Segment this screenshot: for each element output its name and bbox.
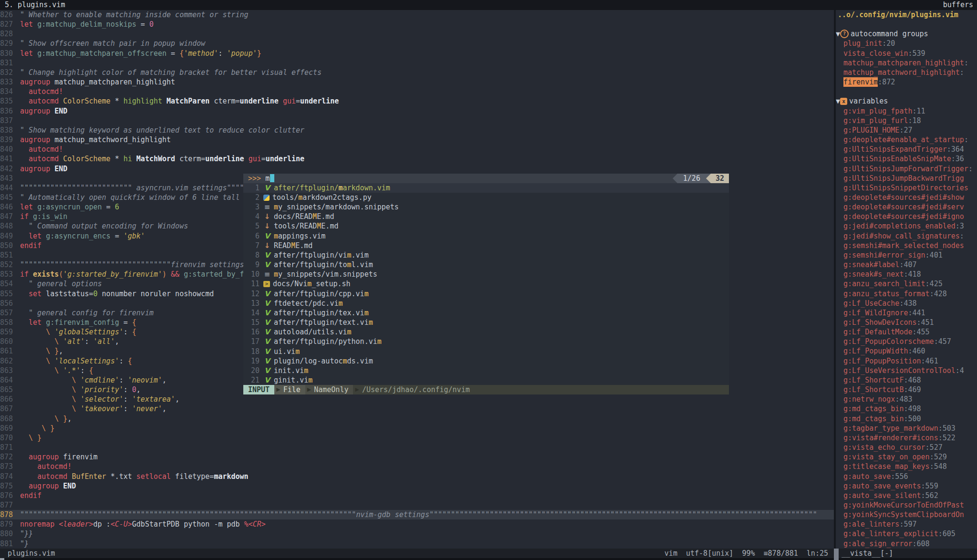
sidebar-tag-item[interactable]: g:UltiSnipsEnableSnipMate:36 <box>836 154 977 164</box>
code-line[interactable]: 871 <box>0 443 834 452</box>
file-result-row[interactable]: 1Vafter/ftplugin/markdown.vim <box>243 183 729 193</box>
sidebar-tag-item[interactable]: g:UltiSnipsJumpBackwardTrigg <box>836 174 977 183</box>
sidebar-tag-item[interactable]: g:md_ctags_bin:498 <box>836 404 977 414</box>
sidebar-tag-item[interactable]: matchup_matchparen_highlight: <box>836 58 977 68</box>
code-line[interactable]: 828 <box>0 29 834 39</box>
file-result-row[interactable]: 4↓docs/README.md <box>243 212 729 221</box>
tabline-buffers-label[interactable]: buffers <box>943 0 973 10</box>
code-line[interactable]: 827let g:matchup_delim_noskips = 0 <box>0 20 834 29</box>
tab-current-buffer[interactable]: 5. plugins.vim <box>5 0 65 10</box>
code-line[interactable]: 875 augroup END <box>0 481 834 491</box>
sidebar-tag-item[interactable]: g:UltiSnipsJumpForwardTrigger: <box>836 164 977 174</box>
file-result-row[interactable]: 3≡my_snippets/markdown.snippets <box>243 202 729 212</box>
sidebar-tag-item[interactable]: g:titlecase_map_keys:548 <box>836 462 977 471</box>
code-line[interactable]: 834 autocmd! <box>0 87 834 96</box>
sidebar-tag-item[interactable]: g:sneak#label:407 <box>836 260 977 270</box>
code-line[interactable]: 835 autocmd ColorScheme * highlight Matc… <box>0 96 834 106</box>
sidebar-tag-item[interactable]: g:PLUGIN_HOME:27 <box>836 125 977 135</box>
code-line[interactable]: 829" Show offscreen match pair in popup … <box>0 39 834 48</box>
sidebar-tag-item[interactable]: g:yoinkSyncSystemClipboardOn <box>836 510 977 519</box>
file-result-row[interactable]: 21Vginit.vim <box>243 375 729 385</box>
file-result-row[interactable]: 5↓tools/README.md <box>243 221 729 231</box>
sidebar-tag-item[interactable]: g:Lf_PopupPosition:461 <box>836 356 977 366</box>
sidebar-tag-item[interactable]: g:Lf_ShowDevIcons:451 <box>836 318 977 327</box>
sidebar-tag-item[interactable]: g:Lf_ShortcutF:468 <box>836 375 977 385</box>
code-line[interactable]: 838" Show matching keyword as underlined… <box>0 125 834 135</box>
sidebar-tag-item[interactable]: g:auto_save_events:559 <box>836 481 977 491</box>
code-line[interactable]: 839augroup matchup_matchword_highlight <box>0 135 834 145</box>
search-input[interactable]: m <box>265 174 270 183</box>
sidebar-tag-item[interactable]: g:deoplete#enable_at_startup: <box>836 135 977 145</box>
sidebar-tag-item[interactable]: vista_close_win:539 <box>836 49 977 58</box>
sidebar-tag-item[interactable]: g:Lf_UseVersionControlTool:4 <box>836 366 977 375</box>
file-result-row[interactable]: 2tools/markdown2ctags.py <box>243 193 729 202</box>
sidebar-tag-item[interactable]: g:sneak#s_next:418 <box>836 270 977 279</box>
file-result-row[interactable]: 10≡my_snippets/vim.snippets <box>243 270 729 279</box>
file-result-row[interactable]: 6Vmappings.vim <box>243 231 729 241</box>
code-line[interactable]: 873 autocmd! <box>0 462 834 471</box>
sidebar-tag-item[interactable]: g:anzu_search_limit:425 <box>836 279 977 289</box>
code-line[interactable]: 826" Whether to enable matching inside c… <box>0 10 834 20</box>
sidebar-tag-item[interactable]: plug_init:20 <box>836 39 977 48</box>
sidebar-tag-item[interactable]: g:jedi#show_call_signatures: <box>836 231 977 241</box>
fold-arrow-icon[interactable]: ▼ <box>836 29 840 39</box>
sidebar-tag-item[interactable]: g:netrw_nogx:483 <box>836 394 977 404</box>
sidebar-tag-item[interactable]: g:jedi#completions_enabled:3 <box>836 221 977 231</box>
code-line[interactable]: 830let g:matchup_matchparen_offscreen = … <box>0 49 834 58</box>
sidebar-tag-item[interactable]: g:Lf_UseCache:438 <box>836 299 977 308</box>
file-result-row[interactable]: 20Vinit.vim <box>243 366 729 375</box>
file-result-row[interactable]: 15Vafter/ftplugin/text.vim <box>243 318 729 327</box>
sidebar-tag-item[interactable]: g:semshi#error_sign:401 <box>836 250 977 260</box>
code-line[interactable]: 877 <box>0 500 834 510</box>
code-line[interactable]: 842augroup END <box>0 164 834 174</box>
sidebar-section-header[interactable]: ▼xvariables <box>836 96 977 106</box>
sidebar-tag-item[interactable]: g:ale_linters:597 <box>836 519 977 529</box>
sidebar-tag-item[interactable]: g:Lf_WildIgnore:441 <box>836 308 977 318</box>
code-line[interactable]: 876endif <box>0 491 834 500</box>
code-line[interactable]: 832" Change highlight color of matching … <box>0 68 834 77</box>
sidebar-tag-item[interactable]: matchup_matchword_highlight: <box>836 68 977 77</box>
code-line[interactable]: 836augroup END <box>0 106 834 116</box>
sidebar-tag-item[interactable]: g:deoplete#sources#jedi#igno <box>836 212 977 221</box>
sidebar-scrollbar-thumb[interactable] <box>834 549 839 560</box>
file-result-row[interactable]: 12Vafter/ftplugin/cpp.vim <box>243 289 729 299</box>
sidebar-tag-item[interactable]: g:vista_stay_on_open:529 <box>836 452 977 462</box>
code-line[interactable]: 841 autocmd ColorScheme * hi MatchWord c… <box>0 154 834 164</box>
sidebar-tag-item[interactable]: g:auto_save_silent:562 <box>836 491 977 500</box>
sidebar-section-header[interactable]: ▼?autocommand groups <box>836 29 977 39</box>
command-line[interactable] <box>0 558 977 560</box>
file-result-row[interactable]: 7↓README.md <box>243 241 729 250</box>
sidebar-tag-item[interactable]: g:yoinkMoveCursorToEndOfPast <box>836 500 977 510</box>
code-line[interactable]: 869 \ } <box>0 424 834 433</box>
sidebar-tag-item[interactable]: g:vista_echo_cursor:527 <box>836 443 977 452</box>
sidebar-tag-item[interactable]: g:md_ctags_bin:500 <box>836 414 977 424</box>
code-line[interactable]: 837 <box>0 116 834 125</box>
code-line[interactable]: 867 \ 'takeover': 'never', <box>0 404 834 414</box>
sidebar-tag-item[interactable]: g:anzu_status_format:428 <box>836 289 977 299</box>
file-result-row[interactable]: 17Vafter/ftplugin/python.vim <box>243 337 729 346</box>
file-result-row[interactable]: 19Vplugin/log-autocmds.vim <box>243 356 729 366</box>
code-line[interactable]: 880"}} <box>0 529 834 539</box>
sidebar-tag-item[interactable]: g:deoplete#sources#jedi#serv <box>836 202 977 212</box>
sidebar-tag-item[interactable]: g:vim_plug_fpath:11 <box>836 106 977 116</box>
sidebar-tag-item[interactable]: g:Lf_ShortcutB:469 <box>836 385 977 394</box>
sidebar-tag-item[interactable]: g:UltiSnipsExpandTrigger:364 <box>836 145 977 154</box>
file-result-row[interactable]: 8Vafter/ftplugin/vim.vim <box>243 250 729 260</box>
file-result-row[interactable]: 18Vui.vim <box>243 347 729 356</box>
sidebar-tag-item[interactable]: g:deoplete#sources#jedi#show <box>836 193 977 202</box>
code-line[interactable]: 840 autocmd! <box>0 145 834 154</box>
sidebar-tag-item[interactable]: g:auto_save:556 <box>836 472 977 481</box>
sidebar-tag-item[interactable]: g:Lf_DefaultMode:455 <box>836 327 977 337</box>
sidebar-tag-item[interactable]: g:vista#renderer#icons:522 <box>836 433 977 443</box>
file-result-row[interactable]: 16Vautoload/utils.vim <box>243 327 729 337</box>
code-line[interactable]: 833augroup matchup_matchparen_highlight <box>0 77 834 87</box>
sidebar-tag-item[interactable]: g:UltiSnipsSnippetDirectories <box>836 183 977 193</box>
code-line[interactable]: 866 \ 'selector': 'textarea', <box>0 394 834 404</box>
code-line[interactable]: 874 autocmd BufEnter *.txt setlocal file… <box>0 472 834 481</box>
sidebar-tag-item[interactable]: g:semshi#mark_selected_nodes <box>836 241 977 250</box>
code-line[interactable]: 872 augroup firenvim <box>0 452 834 462</box>
code-line[interactable]: 831 <box>0 58 834 68</box>
leaderf-prompt[interactable]: >>> m 1/26 32 <box>243 174 729 183</box>
sidebar-tag-item[interactable]: g:ale_linters_explicit:605 <box>836 529 977 539</box>
sidebar-tag-item[interactable]: g:tagbar_type_markdown:503 <box>836 424 977 433</box>
